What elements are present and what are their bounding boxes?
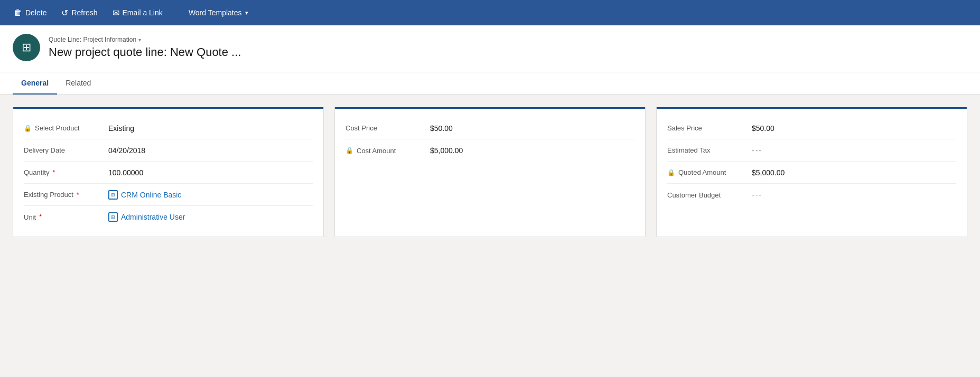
value-select-product[interactable]: Existing xyxy=(108,124,134,133)
required-star-existing-product: * xyxy=(77,191,79,199)
word-icon: W xyxy=(178,8,185,17)
cards-row: 🔒 Select Product Existing Delivery Date … xyxy=(13,107,967,237)
delete-icon: 🗑 xyxy=(14,8,22,17)
value-sales-price[interactable]: $50.00 xyxy=(752,124,774,133)
required-star-quantity: * xyxy=(52,169,55,176)
breadcrumb-chevron-icon[interactable]: ▾ xyxy=(138,37,141,43)
field-row-unit: Unit * ⊞ Administrative User xyxy=(24,206,313,228)
tabs-container: General Related xyxy=(0,72,980,95)
middle-card-form: Cost Price $50.00 🔒 Cost Amount $5,000.0… xyxy=(335,109,645,170)
toolbar: 🗑 Delete ↺ Refresh ✉ Email a Link W Word… xyxy=(0,0,980,25)
value-cost-amount[interactable]: $5,000.00 xyxy=(430,146,463,155)
page-title: New project quote line: New Quote ... xyxy=(49,45,241,59)
field-row-quoted-amount: 🔒 Quoted Amount $5,000.00 xyxy=(667,162,956,184)
value-quoted-amount[interactable]: $5,000.00 xyxy=(752,168,785,177)
email-link-button[interactable]: ✉ Email a Link xyxy=(107,6,168,20)
field-row-cost-price: Cost Price $50.00 xyxy=(346,117,634,139)
refresh-icon: ↺ xyxy=(61,8,68,18)
label-delivery-date: Delivery Date xyxy=(24,146,108,154)
avatar-icon: ⊞ xyxy=(22,41,31,54)
field-row-quantity: Quantity * 100.00000 xyxy=(24,162,313,184)
entity-icon-product: ⊞ xyxy=(108,190,118,200)
label-estimated-tax: Estimated Tax xyxy=(667,146,752,154)
field-row-customer-budget: Customer Budget --- xyxy=(667,184,956,206)
label-cost-amount: 🔒 Cost Amount xyxy=(346,147,430,155)
label-customer-budget: Customer Budget xyxy=(667,191,752,199)
label-cost-price: Cost Price xyxy=(346,124,430,132)
tab-general[interactable]: General xyxy=(13,72,57,95)
right-card-form: Sales Price $50.00 Estimated Tax --- 🔒 Q… xyxy=(657,109,967,214)
right-card: Sales Price $50.00 Estimated Tax --- 🔒 Q… xyxy=(656,107,967,237)
middle-card: Cost Price $50.00 🔒 Cost Amount $5,000.0… xyxy=(334,107,646,237)
breadcrumb: Quote Line: Project Information ▾ xyxy=(49,36,241,43)
word-templates-button[interactable]: W Word Templates ▾ xyxy=(172,6,254,20)
lock-icon-select-product: 🔒 xyxy=(24,125,32,132)
left-card-form: 🔒 Select Product Existing Delivery Date … xyxy=(13,109,323,237)
value-delivery-date[interactable]: 04/20/2018 xyxy=(108,146,145,155)
value-customer-budget[interactable]: --- xyxy=(752,191,762,199)
value-estimated-tax[interactable]: --- xyxy=(752,146,762,155)
email-icon: ✉ xyxy=(113,8,119,18)
main-content: 🔒 Select Product Existing Delivery Date … xyxy=(0,95,980,377)
avatar: ⊞ xyxy=(13,34,40,61)
tab-related[interactable]: Related xyxy=(57,72,99,95)
label-select-product: 🔒 Select Product xyxy=(24,124,108,132)
left-card: 🔒 Select Product Existing Delivery Date … xyxy=(13,107,324,237)
value-quantity[interactable]: 100.00000 xyxy=(108,168,143,177)
field-row-delivery-date: Delivery Date 04/20/2018 xyxy=(24,139,313,162)
word-templates-chevron: ▾ xyxy=(245,10,248,16)
page-header: ⊞ Quote Line: Project Information ▾ New … xyxy=(0,25,980,72)
entity-icon-unit: ⊞ xyxy=(108,212,118,222)
label-unit: Unit * xyxy=(24,213,108,221)
field-row-estimated-tax: Estimated Tax --- xyxy=(667,139,956,162)
value-cost-price[interactable]: $50.00 xyxy=(430,124,453,133)
field-row-cost-amount: 🔒 Cost Amount $5,000.00 xyxy=(346,139,634,162)
header-text: Quote Line: Project Information ▾ New pr… xyxy=(49,36,241,59)
field-row-existing-product: Existing Product * ⊞ CRM Online Basic xyxy=(24,184,313,206)
label-quantity: Quantity * xyxy=(24,168,108,176)
label-existing-product: Existing Product * xyxy=(24,191,108,199)
field-row-sales-price: Sales Price $50.00 xyxy=(667,117,956,139)
value-unit[interactable]: ⊞ Administrative User xyxy=(108,212,185,222)
required-star-unit: * xyxy=(39,213,42,221)
lock-icon-cost-amount: 🔒 xyxy=(346,147,353,154)
label-quoted-amount: 🔒 Quoted Amount xyxy=(667,168,752,176)
value-existing-product[interactable]: ⊞ CRM Online Basic xyxy=(108,190,181,200)
label-sales-price: Sales Price xyxy=(667,124,752,132)
breadcrumb-label: Quote Line: Project Information xyxy=(49,36,136,43)
field-row-select-product: 🔒 Select Product Existing xyxy=(24,117,313,139)
delete-button[interactable]: 🗑 Delete xyxy=(8,6,52,20)
refresh-button[interactable]: ↺ Refresh xyxy=(56,6,102,20)
lock-icon-quoted-amount: 🔒 xyxy=(667,169,675,176)
